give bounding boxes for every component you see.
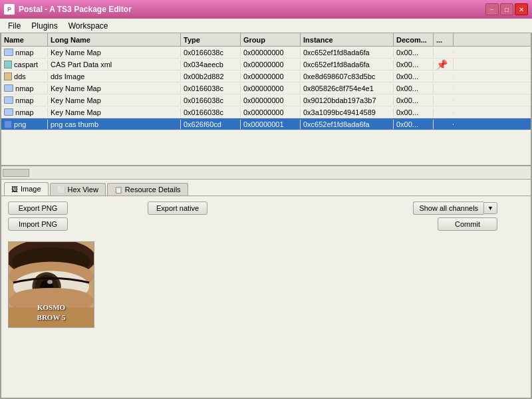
- table-row[interactable]: dds dds Image 0x00b2d882 0x00000000 0xe8…: [1, 70, 531, 82]
- menu-workspace[interactable]: Workspace: [63, 20, 114, 32]
- menu-plugins[interactable]: Plugins: [26, 20, 63, 32]
- cell-instance: 0x90120bdab197a3b7: [301, 96, 394, 105]
- cell-type: 0x0166038c: [181, 84, 241, 93]
- table-row[interactable]: nmap Key Name Map 0x0166038c 0x00000000 …: [1, 82, 531, 94]
- maximize-button[interactable]: □: [500, 3, 513, 15]
- hex-tab-icon: ⬜: [57, 186, 65, 194]
- cell-name: nmap: [1, 84, 48, 93]
- export-native-button[interactable]: Export native: [148, 201, 207, 215]
- cell-group: 0x00000000: [241, 48, 301, 57]
- tab-resource-label: Resource Details: [125, 186, 181, 194]
- minimize-button[interactable]: −: [485, 3, 499, 15]
- table-container: Name Long Name Type Group Instance Decom…: [1, 33, 531, 166]
- cell-dots: [434, 124, 454, 125]
- cell-decom: 0x00...: [394, 96, 434, 105]
- row-icon: [4, 120, 12, 128]
- cell-instance: 0x805826c8f754e4e1: [301, 84, 394, 93]
- cell-dots: [434, 52, 454, 53]
- tab-hex-view[interactable]: ⬜ Hex View: [50, 183, 106, 196]
- window-controls: − □ ✕: [485, 3, 528, 15]
- right-button-group: Show all channels ▼ Commit: [413, 201, 497, 231]
- show-all-channels-dropdown: Show all channels ▼: [413, 201, 497, 215]
- col-header-dots: ...: [434, 33, 454, 46]
- cell-instance: 0xc652ef1fd8ada6fa: [301, 48, 394, 57]
- cell-decom: 0x00...: [394, 108, 434, 117]
- tab-image[interactable]: 🖼 Image: [4, 182, 49, 196]
- cell-longname: png cas thumb: [48, 120, 181, 129]
- table-row[interactable]: png png cas thumb 0x626f60cd 0x00000001 …: [1, 118, 531, 130]
- col-header-longname: Long Name: [48, 33, 181, 46]
- cell-name: png: [1, 120, 48, 129]
- cell-longname: Key Name Map: [48, 84, 181, 93]
- cell-group: 0x00000000: [241, 72, 301, 81]
- table-body: nmap Key Name Map 0x0166038c 0x00000000 …: [1, 47, 531, 166]
- cell-dots: [434, 88, 454, 89]
- tab-resource-details[interactable]: 📋 Resource Details: [107, 183, 188, 196]
- cell-longname: CAS Part Data xml: [48, 60, 181, 69]
- cell-dots: [434, 100, 454, 101]
- row-icon: [4, 61, 12, 68]
- cell-type: 0x0166038c: [181, 108, 241, 117]
- table-row[interactable]: nmap Key Name Map 0x0166038c 0x00000000 …: [1, 106, 531, 118]
- left-button-group: Export PNG Import PNG: [8, 201, 68, 231]
- cell-dots: [434, 76, 454, 77]
- col-header-group: Group: [241, 33, 301, 46]
- preview-area: KOSMO BROW 5: [1, 236, 531, 398]
- cell-name: dds: [1, 72, 48, 81]
- cell-type: 0x034aeecb: [181, 60, 241, 69]
- cell-instance: 0xe8d698607c83d5bc: [301, 72, 394, 81]
- cell-decom: 0x00...: [394, 72, 434, 81]
- cell-longname: Key Name Map: [48, 48, 181, 57]
- cell-longname: Key Name Map: [48, 96, 181, 105]
- row-icon: [4, 84, 13, 92]
- title-bar-left: P Postal - A TS3 Package Editor: [4, 4, 132, 15]
- resource-tab-icon: 📋: [114, 186, 122, 194]
- horizontal-scroll-area: [1, 166, 531, 180]
- cell-decom: 0x00...: [394, 120, 434, 129]
- cell-decom: 0x00...: [394, 48, 434, 57]
- import-png-button[interactable]: Import PNG: [8, 217, 68, 231]
- row-icon: [4, 49, 13, 56]
- cell-dots: 📌: [434, 59, 454, 70]
- buttons-area: Export PNG Import PNG Export native Show…: [1, 196, 531, 236]
- cell-group: 0x00000000: [241, 60, 301, 69]
- col-header-name: Name: [1, 33, 48, 46]
- cell-instance: 0x3a1099bc49414589: [301, 108, 394, 117]
- table-row[interactable]: nmap Key Name Map 0x0166038c 0x00000000 …: [1, 47, 531, 59]
- eye-preview: KOSMO BROW 5: [9, 242, 94, 327]
- horizontal-scrollbar[interactable]: [3, 169, 29, 177]
- tab-image-label: Image: [21, 185, 41, 193]
- cell-longname: Key Name Map: [48, 108, 181, 117]
- image-tab-icon: 🖼: [11, 186, 18, 193]
- cell-group: 0x00000001: [241, 120, 301, 129]
- menu-bar: File Plugins Workspace: [0, 19, 532, 33]
- cell-instance: 0xc652ef1fd8ada6fa: [301, 120, 394, 129]
- close-button[interactable]: ✕: [515, 3, 528, 15]
- middle-button-group: Export native: [148, 201, 207, 215]
- window-body: Name Long Name Type Group Instance Decom…: [0, 33, 532, 399]
- cell-name: nmap: [1, 48, 48, 57]
- show-all-channels-arrow[interactable]: ▼: [483, 202, 497, 214]
- menu-file[interactable]: File: [3, 20, 26, 32]
- cell-name: nmap: [1, 108, 48, 117]
- svg-point-8: [47, 280, 53, 284]
- show-all-channels-button[interactable]: Show all channels: [413, 201, 483, 215]
- cell-dots: [434, 112, 454, 113]
- row-icon: [4, 96, 13, 104]
- tab-bar: 🖼 Image ⬜ Hex View 📋 Resource Details: [1, 180, 531, 196]
- table-row[interactable]: caspart CAS Part Data xml 0x034aeecb 0x0…: [1, 59, 531, 70]
- col-header-instance: Instance: [301, 33, 394, 46]
- cell-type: 0x0166038c: [181, 96, 241, 105]
- col-header-type: Type: [181, 33, 241, 46]
- cell-group: 0x00000000: [241, 84, 301, 93]
- cell-name: caspart: [1, 60, 48, 69]
- cell-type: 0x626f60cd: [181, 120, 241, 129]
- export-png-button[interactable]: Export PNG: [8, 201, 68, 215]
- cell-type: 0x00b2d882: [181, 72, 241, 81]
- table-row[interactable]: nmap Key Name Map 0x0166038c 0x00000000 …: [1, 94, 531, 106]
- cell-group: 0x00000000: [241, 96, 301, 105]
- col-header-decom: Decom...: [394, 33, 434, 46]
- commit-button[interactable]: Commit: [438, 217, 497, 231]
- row-icon: [4, 108, 13, 116]
- app-icon: P: [4, 4, 15, 15]
